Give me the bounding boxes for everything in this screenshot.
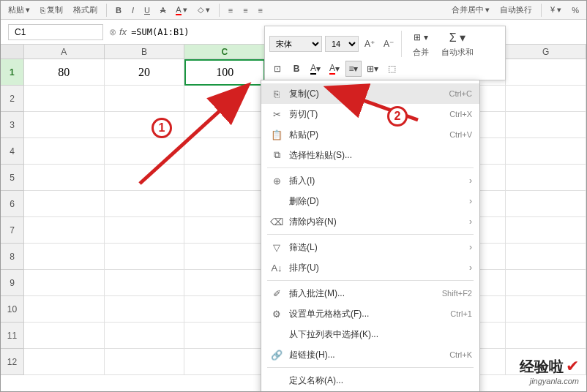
align-mini-button[interactable]: ≡▾ [345, 61, 362, 77]
row-header-10[interactable]: 10 [1, 296, 24, 323]
paste-button[interactable]: 粘贴 ▾ [5, 3, 33, 17]
watermark-en: jingyanla.com [520, 377, 579, 385]
menu-item-label: 清除内容(N) [285, 216, 465, 228]
menu-item-7[interactable]: ⌫清除内容(N)› [261, 211, 479, 232]
row-header-7[interactable]: 7 [1, 217, 24, 244]
menu-item-5[interactable]: ⊕插入(I)› [261, 170, 479, 191]
chevron-right-icon: › [465, 263, 472, 273]
strike-button[interactable]: A [157, 4, 168, 16]
menu-item-label: 剪切(T) [285, 108, 449, 121]
menu-item-10[interactable]: A↓排序(U)› [261, 257, 479, 278]
format-cells-icon[interactable]: ⊡ [269, 61, 285, 77]
underline-button[interactable]: U [141, 4, 153, 16]
menu-shortcut: Ctrl+C [449, 89, 472, 98]
menu-item-6[interactable]: 删除(D)› [261, 191, 479, 211]
row-header-12[interactable]: 12 [1, 349, 24, 375]
row-header-3[interactable]: 3 [1, 112, 24, 138]
percent-button[interactable]: % [569, 4, 582, 16]
menu-shortcut: Shift+F2 [442, 289, 472, 298]
font-color-button[interactable]: A ▾ [173, 4, 190, 17]
menu-item-3[interactable]: ⧉选择性粘贴(S)... [261, 145, 479, 165]
col-header-G[interactable]: G [506, 45, 586, 59]
font-name-select[interactable]: 宋体 [269, 36, 322, 52]
row-header-2[interactable]: 2 [1, 86, 24, 112]
cell-B1[interactable]: 20 [105, 59, 185, 86]
bold-mini-button[interactable]: B [288, 61, 304, 77]
ribbon-toolbar: 粘贴 ▾ ⎘ 复制 格式刷 B I U A A ▾ ◇ ▾ ≡ ≡ ≡ 合并居中… [1, 1, 586, 20]
chevron-right-icon: › [465, 216, 472, 227]
menu-item-14[interactable]: 从下拉列表中选择(K)... [261, 324, 479, 344]
cell-G1[interactable] [506, 59, 586, 86]
menu-item-13[interactable]: ⚙设置单元格格式(F)...Ctrl+1 [261, 304, 479, 324]
row-header-11[interactable]: 11 [1, 323, 24, 349]
menu-shortcut: Ctrl+X [449, 110, 472, 118]
align-right-button[interactable]: ≡ [255, 4, 266, 16]
font-color-mini-button[interactable]: A▾ [307, 61, 324, 77]
menu-item-12[interactable]: ✐插入批注(M)...Shift+F2 [261, 283, 479, 304]
sort-icon: A↓ [269, 263, 285, 274]
menu-item-label: 筛选(L) [285, 241, 465, 254]
copy-button[interactable]: ⎘ 复制 [37, 3, 66, 17]
cell-A1[interactable]: 80 [24, 59, 105, 86]
mini-toolbar: 宋体 14 A⁺ A⁻ ⊞ ▾ 合并 Σ ▾ 自动求和 ⊡ B A▾ A▾ ≡▾… [264, 26, 506, 80]
cut-icon: ✂ [269, 109, 285, 120]
menu-item-label: 超链接(H)... [285, 349, 449, 361]
font-size-select[interactable]: 14 [325, 36, 359, 52]
watermark-cn: 经验啦 [520, 358, 564, 374]
fx-icon[interactable]: fx [119, 26, 127, 37]
align-center-button[interactable]: ≡ [240, 4, 250, 16]
row-header-4[interactable]: 4 [1, 138, 24, 165]
fill-mini-button[interactable]: A▾ [326, 61, 343, 77]
menu-item-label: 复制(C) [285, 88, 449, 100]
bold-button[interactable]: B [113, 4, 124, 16]
row-header-5[interactable]: 5 [1, 165, 24, 191]
menu-item-9[interactable]: ▽筛选(L)› [261, 237, 479, 257]
cancel-formula-icon[interactable]: ⊗ [109, 27, 116, 37]
increase-font-icon[interactable]: A⁺ [362, 36, 378, 52]
check-icon: ✔ [566, 357, 579, 375]
menu-item-label: 选择性粘贴(S)... [285, 149, 472, 162]
col-header-C[interactable]: C [184, 45, 265, 59]
annotation-badge-2: 2 [387, 106, 408, 127]
filter-icon: ▽ [269, 242, 285, 253]
decrease-font-icon[interactable]: A⁻ [381, 36, 397, 52]
row-header-9[interactable]: 9 [1, 270, 24, 296]
row-header-1[interactable]: 1 [1, 59, 24, 86]
menu-shortcut: Ctrl+K [449, 350, 472, 359]
autosum-button[interactable]: Σ ▾ [446, 29, 469, 45]
autosum-label: 自动求和 [441, 47, 474, 58]
wrap-text-button[interactable]: 自动换行 [497, 3, 535, 17]
format-painter-button[interactable]: 格式刷 [70, 3, 100, 17]
menu-item-label: 插入批注(M)... [285, 287, 442, 300]
merge-button[interactable]: ⊞ ▾ [409, 29, 433, 45]
fill-color-button[interactable]: ◇ ▾ [195, 4, 213, 16]
context-menu: ⎘复制(C)Ctrl+C✂剪切(T)Ctrl+X📋粘贴(P)Ctrl+V⧉选择性… [261, 80, 480, 392]
paste-icon: 📋 [269, 129, 285, 140]
menu-item-label: 定义名称(A)... [285, 374, 472, 387]
comment-icon: ✐ [269, 288, 285, 299]
border-mini-button[interactable]: ⊞▾ [364, 61, 381, 77]
name-box[interactable]: C1 [8, 24, 103, 40]
align-left-button[interactable]: ≡ [225, 4, 236, 16]
row-header-6[interactable]: 6 [1, 191, 24, 217]
select-all-corner[interactable] [1, 45, 24, 59]
annotation-badge-1: 1 [152, 118, 172, 138]
chevron-right-icon: › [465, 242, 472, 252]
menu-item-1[interactable]: ✂剪切(T)Ctrl+X [261, 104, 479, 124]
menu-item-17[interactable]: 定义名称(A)... [261, 370, 479, 391]
formula-input[interactable] [130, 26, 244, 39]
merge-center-button[interactable]: 合并居中 ▾ [449, 3, 493, 17]
currency-button[interactable]: ¥ ▾ [547, 4, 564, 16]
menu-item-0[interactable]: ⎘复制(C)Ctrl+C [261, 83, 479, 104]
menu-shortcut: Ctrl+V [449, 130, 472, 139]
menu-item-15[interactable]: 🔗超链接(H)...Ctrl+K [261, 344, 479, 365]
cell-C1[interactable]: 100 [184, 59, 265, 86]
row-header-8[interactable]: 8 [1, 244, 24, 270]
menu-item-2[interactable]: 📋粘贴(P)Ctrl+V [261, 124, 479, 145]
italic-button[interactable]: I [129, 4, 137, 16]
col-header-A[interactable]: A [24, 45, 105, 59]
menu-item-label: 从下拉列表中选择(K)... [285, 328, 472, 341]
col-header-B[interactable]: B [105, 45, 185, 59]
menu-item-label: 设置单元格格式(F)... [285, 308, 450, 320]
cells-mini-button[interactable]: ⬚ [384, 61, 400, 77]
